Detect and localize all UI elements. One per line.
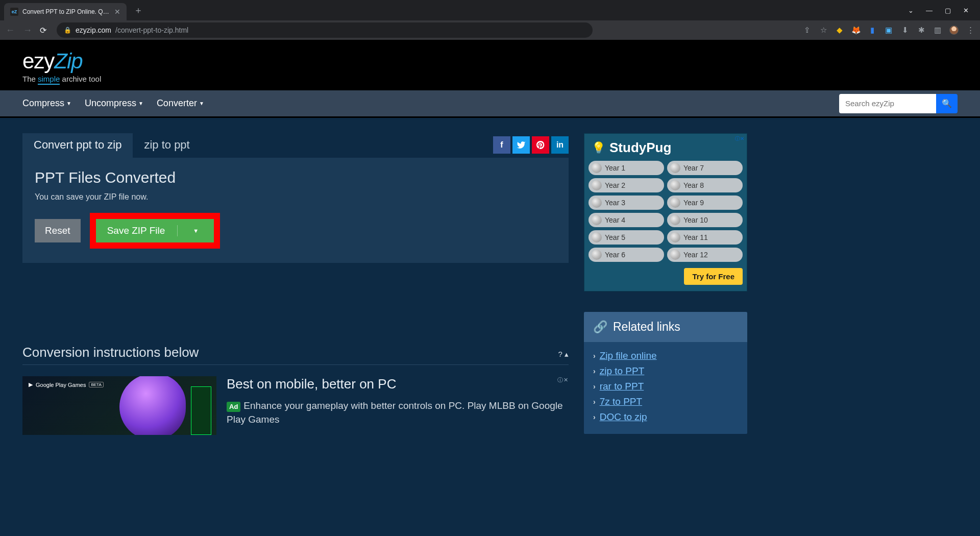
ad-thumb-text: Google Play Games [36, 382, 86, 388]
browser-chrome: eZ Convert PPT to ZIP Online. Quick… ✕ ＋… [0, 0, 980, 40]
year-pill[interactable]: Year 8 [667, 178, 743, 192]
year-pill[interactable]: Year 9 [667, 196, 743, 210]
pinterest-share-button[interactable] [532, 136, 549, 154]
extension-icon[interactable]: ◆ [835, 26, 844, 35]
related-link-item[interactable]: ›DOC to zip [593, 409, 738, 425]
lock-icon: 🔒 [64, 27, 71, 34]
social-share: f in [493, 136, 569, 154]
ad-badge: Ad [227, 402, 240, 412]
pill-label: Year 3 [605, 199, 625, 207]
year-pill[interactable]: Year 3 [589, 196, 664, 210]
year-pill[interactable]: Year 10 [667, 213, 743, 227]
related-link-item[interactable]: ›7z to PPT [593, 394, 738, 409]
tab-zip-to-ppt[interactable]: zip to ppt [133, 133, 201, 158]
related-link[interactable]: zip to PPT [600, 366, 645, 377]
nav-converter[interactable]: Converter▼ [157, 98, 204, 109]
maximize-icon[interactable]: ▢ [945, 7, 951, 14]
globe-icon [592, 180, 602, 190]
year-pill[interactable]: Year 11 [667, 230, 743, 245]
extensions-puzzle-icon[interactable]: ✱ [917, 26, 926, 35]
year-pill[interactable]: Year 6 [589, 248, 664, 262]
ad-info-close[interactable]: ⓘ✕ [557, 376, 569, 384]
related-link[interactable]: 7z to PPT [600, 396, 642, 407]
share-icon[interactable]: ⇪ [802, 26, 812, 35]
mode-tabs: Convert ppt to zip zip to ppt [22, 133, 201, 158]
browser-tab[interactable]: eZ Convert PPT to ZIP Online. Quick… ✕ [4, 3, 127, 20]
save-zip-button[interactable]: Save ZIP File ▼ [96, 219, 214, 242]
tab-close-icon[interactable]: ✕ [114, 8, 120, 16]
nav-uncompress[interactable]: Uncompress▼ [85, 98, 143, 109]
new-tab-button[interactable]: ＋ [134, 4, 143, 16]
year-pill[interactable]: Year 4 [589, 213, 664, 227]
sidebar-ad[interactable]: 💡 StudyPug Year 1 Year 7 Year 2 Year 8 Y… [584, 133, 747, 291]
ad-thumbnail[interactable]: ▶ Google Play Games BETA [22, 376, 216, 435]
instructions-toggle[interactable]: ? ▴ [558, 350, 569, 359]
year-pill[interactable]: Year 7 [667, 161, 743, 175]
instructions-header-row: Conversion instructions below ? ▴ [22, 345, 569, 365]
reload-button[interactable]: ⟳ [40, 26, 46, 35]
reset-button[interactable]: Reset [35, 219, 81, 242]
related-link[interactable]: Zip file online [600, 350, 657, 361]
nav-label: Compress [22, 98, 64, 109]
extension-icon[interactable]: ▮ [868, 26, 877, 35]
site-logo[interactable]: ezyZip [22, 49, 958, 74]
related-link[interactable]: rar to PPT [600, 381, 644, 392]
ad-beta-badge: BETA [89, 382, 103, 387]
extension-icons: ⇪ ☆ ◆ 🦊 ▮ ▣ ⬇ ✱ ▥ ⋮ [802, 26, 975, 35]
ad-headline[interactable]: Best on mobile, better on PC [227, 376, 569, 392]
tab-title: Convert PPT to ZIP Online. Quick… [22, 8, 110, 15]
tab-ppt-to-zip[interactable]: Convert ppt to zip [22, 133, 133, 158]
omnibox[interactable]: 🔒 ezyzip.com/convert-ppt-to-zip.html [57, 22, 593, 38]
related-link[interactable]: DOC to zip [600, 411, 647, 423]
url-host: ezyzip.com [76, 26, 111, 34]
facebook-share-button[interactable]: f [493, 136, 510, 154]
nav-compress[interactable]: Compress▼ [22, 98, 71, 109]
side-panel-icon[interactable]: ▥ [933, 26, 942, 35]
minimize-icon[interactable]: ― [926, 7, 933, 14]
nav-label: Uncompress [85, 98, 136, 109]
profile-avatar[interactable] [949, 26, 959, 35]
star-icon[interactable]: ☆ [819, 26, 828, 35]
globe-icon [670, 250, 680, 260]
related-link-item[interactable]: ›rar to PPT [593, 379, 738, 394]
chevron-right-icon: › [593, 382, 596, 391]
instructions-heading: Conversion instructions below [22, 345, 558, 360]
ad-body-text: Enhance your gameplay with better contro… [227, 400, 563, 425]
search-icon: 🔍 [942, 99, 952, 108]
link-icon: 🔗 [593, 320, 608, 334]
related-link-item[interactable]: ›Zip file online [593, 348, 738, 363]
year-pill[interactable]: Year 1 [589, 161, 664, 175]
pill-label: Year 8 [683, 181, 704, 189]
search-button[interactable]: 🔍 [936, 94, 958, 113]
ad-close-icon[interactable]: ⓘ✕ [735, 135, 744, 142]
caret-down-icon: ▼ [66, 101, 71, 106]
chevron-right-icon: › [593, 367, 596, 375]
chevron-down-icon[interactable]: ⌄ [908, 7, 914, 14]
forward-button[interactable]: → [22, 25, 33, 36]
back-button[interactable]: ← [5, 25, 15, 36]
globe-icon [592, 232, 602, 242]
twitter-share-button[interactable] [512, 136, 530, 154]
ad-art [119, 376, 186, 435]
download-icon[interactable]: ⬇ [900, 26, 910, 35]
try-for-free-button[interactable]: Try for Free [684, 268, 743, 285]
related-link-item[interactable]: ›zip to PPT [593, 363, 738, 379]
metamask-icon[interactable]: 🦊 [851, 26, 861, 35]
chevron-right-icon: › [593, 352, 596, 360]
globe-icon [670, 232, 680, 242]
search-input[interactable] [839, 94, 936, 113]
year-pill[interactable]: Year 5 [589, 230, 664, 245]
action-row: Reset Save ZIP File ▼ [35, 213, 556, 249]
globe-icon [670, 198, 680, 208]
linkedin-share-button[interactable]: in [551, 136, 569, 154]
caret-down-icon: ▼ [199, 101, 204, 106]
close-window-icon[interactable]: ✕ [963, 7, 969, 14]
nav-label: Converter [157, 98, 197, 109]
extension-icon[interactable]: ▣ [884, 26, 893, 35]
pill-label: Year 10 [683, 216, 708, 224]
kebab-menu-icon[interactable]: ⋮ [966, 26, 975, 35]
ad-text-block: ⓘ✕ Best on mobile, better on PC AdEnhanc… [227, 376, 569, 435]
search-form: 🔍 [839, 94, 958, 113]
year-pill[interactable]: Year 2 [589, 178, 664, 192]
year-pill[interactable]: Year 12 [667, 248, 743, 262]
